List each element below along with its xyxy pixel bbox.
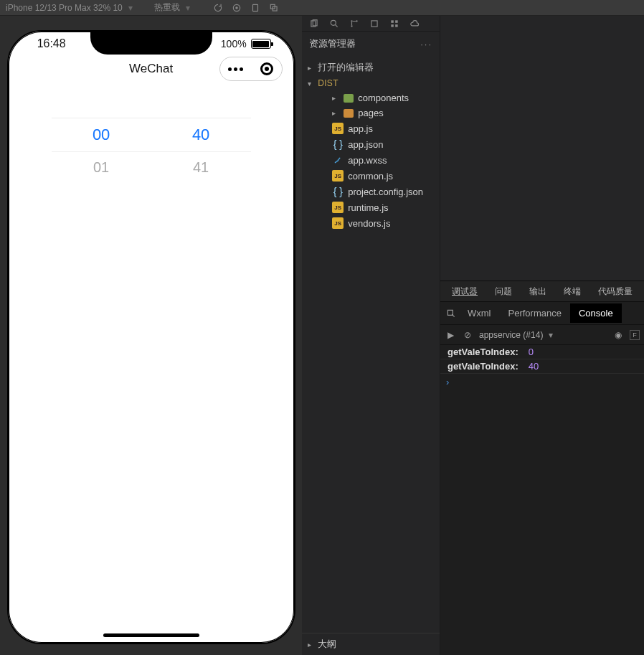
devtools-tab-0[interactable]: 调试器 [445,281,485,302]
file-project-config-json[interactable]: { }project.config.json [302,184,440,199]
console-context[interactable]: appservice (#14) [479,330,543,340]
console-line-1: getValeToIndex:40 [440,359,644,374]
copy-panel-icon[interactable] [308,17,321,30]
folder-components[interactable]: ▸components [302,90,440,105]
console-key: getValeToIndex: [448,347,518,357]
json-file-icon: { } [332,138,344,150]
chevron-right-icon: ▸ [308,641,315,649]
js-file-icon: JS [332,170,344,182]
explorer-title: 资源管理器 [309,37,356,50]
chevron-right-icon: ▸ [332,109,339,117]
file-common-js[interactable]: JScommon.js [302,168,440,184]
devtools-inner-tab-console[interactable]: Console [570,303,622,323]
file-runtime-js[interactable]: JSruntime.js [302,199,440,215]
explorer-panel: 资源管理器 ··· ▸ 打开的编辑器 ▾ DIST ▸components▸pa… [302,16,440,655]
svg-point-9 [351,25,353,27]
folder-label: pages [358,108,383,118]
explorer-header: 资源管理器 ··· [302,32,440,56]
picker-row-active[interactable]: 00 40 [52,118,251,152]
open-editors-section[interactable]: ▸ 打开的编辑器 [302,59,440,76]
file-app-json[interactable]: { }app.json [302,136,440,152]
simulator-pane: 16:48 100% WeChat 00 40 [0,16,302,655]
devtools-inner-tab-wxml[interactable]: Wxml [459,303,500,323]
picker-col-1-next[interactable]: 41 [193,159,209,176]
record-icon[interactable] [230,1,243,14]
file-label: app.json [348,139,383,150]
windows-icon[interactable] [267,1,280,14]
home-indicator [103,633,199,637]
svg-point-7 [331,20,336,25]
folder-label: components [358,93,409,103]
picker-col-1-active[interactable]: 40 [192,126,209,144]
outline-label: 大纲 [318,638,336,651]
file-app-wxss[interactable]: ⟋app.wxss [302,152,440,168]
box-icon[interactable] [368,17,381,30]
phone-frame: 16:48 100% WeChat 00 40 [7,30,295,644]
eye-icon[interactable]: ◉ [612,329,624,341]
file-label: vendors.js [348,218,390,229]
svg-rect-11 [371,20,377,26]
top-toolbar: iPhone 12/13 Pro Max 32% 10 ▾ 热重载 ▾ [0,0,644,16]
json-file-icon: { } [332,186,344,197]
open-editors-label: 打开的编辑器 [318,61,374,74]
search-icon[interactable] [328,17,341,30]
devtools-tab-1[interactable]: 问题 [488,281,519,302]
grid-icon[interactable] [388,17,401,30]
console-value: 40 [529,361,539,372]
device-selector[interactable]: iPhone 12/13 Pro Max 32% 10 [6,3,123,13]
compile-mode[interactable]: 热重载 [154,1,180,14]
close-target-icon[interactable] [260,62,273,75]
time-picker[interactable]: 00 40 01 41 [52,118,251,183]
devtools-tab-4[interactable]: 代码质量 [591,281,640,302]
more-icon[interactable] [228,67,243,71]
cloud-icon[interactable] [408,17,421,30]
devtools-tab-2[interactable]: 输出 [522,281,554,302]
filter-icon[interactable]: F [630,330,640,340]
folder-icon [344,94,354,103]
clear-icon[interactable]: ⊘ [462,329,473,341]
capsule-button[interactable] [219,57,283,81]
svg-rect-12 [392,20,394,23]
outline-section[interactable]: ▸ 大纲 [302,633,440,655]
editor-empty-area [440,16,644,281]
nav-title: WeChat [129,62,173,76]
picker-col-0-next[interactable]: 01 [93,159,109,176]
svg-point-1 [235,6,238,9]
battery-icon [251,39,271,49]
inspect-icon[interactable] [443,308,459,319]
devtools-panel: 调试器问题输出终端代码质量 WxmlPerformanceConsole ▶ ⊘… [440,16,644,655]
devtools-inner-tab-performance[interactable]: Performance [500,303,570,323]
console-line-0: getValeToIndex:0 [440,345,644,359]
explorer-more-icon[interactable]: ··· [420,39,432,50]
file-label: runtime.js [348,202,388,213]
console-prompt[interactable]: › [440,374,644,390]
console-toolbar: ▶ ⊘ appservice (#14) ▾ ◉ F [440,325,644,345]
file-app-js[interactable]: JSapp.js [302,121,440,136]
chevron-right-icon: ▸ [332,94,339,102]
play-icon[interactable]: ▶ [445,329,456,341]
js-file-icon: JS [332,202,344,213]
status-time: 16:48 [37,37,66,50]
file-label: project.config.json [348,187,423,197]
picker-row-next[interactable]: 01 41 [52,152,251,183]
console-empty [440,390,644,655]
chevron-down-icon: ▾ [308,80,315,88]
chevron-down-icon[interactable]: ▾ [549,330,553,340]
folder-pages[interactable]: ▸pages [302,105,440,121]
file-label: app.js [348,123,373,134]
svg-rect-2 [252,4,257,11]
svg-point-8 [351,20,353,22]
svg-point-10 [356,20,358,22]
branch-icon[interactable] [348,17,361,30]
refresh-icon[interactable] [212,1,224,14]
folder-icon [344,109,354,118]
js-file-icon: JS [332,123,344,134]
console-output: getValeToIndex:0getValeToIndex:40 [440,345,644,374]
picker-col-0-active[interactable]: 00 [93,126,110,144]
svg-rect-15 [395,24,398,27]
clipboard-icon[interactable] [249,1,262,14]
file-vendors-js[interactable]: JSvendors.js [302,215,440,231]
devtools-tab-3[interactable]: 终端 [557,281,588,302]
root-folder[interactable]: ▾ DIST [302,76,440,90]
wxss-file-icon: ⟋ [332,154,344,166]
